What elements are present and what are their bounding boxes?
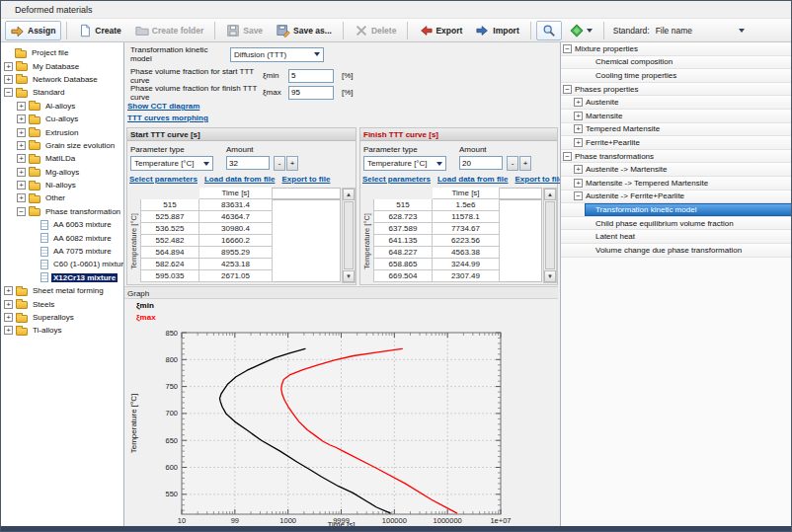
temperature-cell[interactable]: 669.504: [373, 270, 433, 282]
temperature-cell[interactable]: 525.887: [140, 211, 199, 223]
fraction-start-input[interactable]: [288, 69, 334, 83]
collapse-minus-icon[interactable]: −: [563, 152, 572, 161]
expand-plus-icon[interactable]: +: [17, 193, 26, 202]
time-cell[interactable]: 4563.38: [433, 247, 500, 259]
expand-plus-icon[interactable]: +: [17, 141, 26, 150]
temperature-cell[interactable]: 637.589: [373, 223, 433, 235]
amount-input[interactable]: [459, 156, 503, 170]
time-cell[interactable]: 11578.1: [433, 211, 500, 223]
time-cell[interactable]: 83631.4: [199, 199, 273, 211]
scroll-down-icon[interactable]: ▼: [343, 270, 355, 282]
property-item-martensite[interactable]: +Martensite: [561, 110, 792, 123]
amount-plus-button[interactable]: +: [286, 156, 298, 171]
temperature-cell[interactable]: 515: [140, 199, 199, 211]
tree-item-phase-transformation[interactable]: −Phase transformation: [1, 205, 123, 218]
collapse-minus-icon[interactable]: −: [17, 207, 26, 216]
export-button[interactable]: Export: [413, 21, 468, 40]
time-cell[interactable]: 16660.2: [199, 235, 273, 247]
temperature-cell[interactable]: 552.482: [140, 235, 199, 247]
expand-plus-icon[interactable]: +: [574, 165, 583, 174]
show-cct-diagram-link[interactable]: Show CCT diagram: [127, 102, 199, 111]
property-item-austenite-martensite[interactable]: +Austenite -> Martensite: [561, 163, 792, 177]
tree-item-aa-6082-mixture[interactable]: AA 6082 mixture: [1, 231, 123, 244]
tree-item-ti-alloys[interactable]: +Ti-alloys: [1, 324, 123, 337]
tree-item-x12cr13-mixture[interactable]: X12Cr13 mixture: [1, 271, 123, 284]
time-cell[interactable]: 4253.18: [199, 259, 273, 270]
property-item-latent-heat[interactable]: Latent heat: [561, 230, 792, 244]
table-scrollbar[interactable]: ▲▼: [543, 188, 557, 283]
import-button[interactable]: Import: [470, 21, 524, 40]
property-item-martensite-tempered-martensite[interactable]: +Martensite -> Tempered Martensite: [561, 177, 792, 190]
tree-item-mg-alloys[interactable]: +Mg-alloys: [1, 166, 123, 179]
collapse-minus-icon[interactable]: −: [574, 191, 583, 200]
temperature-cell[interactable]: 564.894: [140, 247, 199, 259]
amount-minus-button[interactable]: -: [274, 156, 285, 171]
time-cell[interactable]: 2307.49: [433, 270, 500, 282]
tree-item-other[interactable]: +Other: [1, 191, 123, 204]
amount-plus-button[interactable]: +: [519, 156, 531, 171]
parameter-type-dropdown[interactable]: Temperature [°C]: [363, 156, 446, 171]
load-data-from-file-link[interactable]: Load data from file: [204, 175, 276, 184]
create-folder-button[interactable]: Create folder: [129, 21, 209, 40]
temperature-cell[interactable]: 628.723: [373, 211, 433, 223]
expand-plus-icon[interactable]: +: [4, 300, 13, 309]
scroll-down-icon[interactable]: ▼: [544, 270, 556, 282]
property-item-volume-change-due-phase-transformation[interactable]: Volume change due phase transformation: [561, 244, 792, 258]
fraction-finish-input[interactable]: [288, 86, 334, 100]
property-item-austenite-ferrite-pearlite[interactable]: −Austenite -> Ferrite+Pearlite: [561, 190, 792, 204]
amount-minus-button[interactable]: -: [507, 156, 518, 171]
expand-plus-icon[interactable]: +: [17, 181, 26, 190]
expand-plus-icon[interactable]: +: [17, 154, 26, 163]
expand-plus-icon[interactable]: +: [4, 286, 13, 295]
expand-plus-icon[interactable]: +: [574, 179, 583, 188]
property-item-chemical-composition[interactable]: Chemical composition: [561, 56, 792, 70]
tree-item-al-alloys[interactable]: +Al-alloys: [1, 100, 123, 113]
property-item-mixture-properties[interactable]: −Mixture properties: [561, 42, 792, 56]
expand-plus-icon[interactable]: +: [574, 138, 583, 147]
create-button[interactable]: Create: [72, 21, 126, 40]
property-item-tempered-martensite[interactable]: +Tempered Martensite: [561, 123, 792, 137]
kinetic-model-dropdown[interactable]: Diffusion (TTT): [230, 47, 324, 62]
expand-plus-icon[interactable]: +: [17, 102, 26, 111]
property-item-austenite[interactable]: +Austenite: [561, 96, 792, 110]
load-data-from-file-link[interactable]: Load data from file: [437, 175, 509, 184]
tree-item-network-database[interactable]: +Network Database: [1, 73, 123, 86]
amount-input[interactable]: [226, 156, 270, 170]
temperature-cell[interactable]: 515: [373, 199, 433, 211]
expand-plus-icon[interactable]: +: [574, 98, 583, 107]
temperature-cell[interactable]: 582.624: [140, 259, 199, 270]
time-cell[interactable]: 3244.99: [433, 259, 500, 270]
expand-plus-icon[interactable]: +: [17, 128, 26, 137]
select-parameters-link[interactable]: Select parameters: [129, 175, 198, 184]
expand-plus-icon[interactable]: +: [4, 326, 13, 335]
time-cell[interactable]: 2671.05: [199, 270, 273, 282]
save-as-button[interactable]: Save as...: [271, 21, 338, 40]
expand-plus-icon[interactable]: +: [4, 313, 13, 322]
temperature-cell[interactable]: 658.865: [373, 259, 433, 270]
property-item-cooling-time-properties[interactable]: Cooling time properties: [561, 69, 792, 83]
titlebar[interactable]: Deformed materials: [1, 1, 791, 19]
export-to-file-link[interactable]: Export to file: [282, 175, 331, 184]
temperature-cell[interactable]: 595.035: [140, 270, 199, 282]
expand-plus-icon[interactable]: +: [4, 75, 13, 84]
expand-plus-icon[interactable]: +: [574, 112, 583, 120]
package-dropdown-button[interactable]: [564, 21, 598, 40]
table-scrollbar[interactable]: ▲▼: [342, 188, 356, 283]
expand-plus-icon[interactable]: +: [574, 124, 583, 133]
search-button[interactable]: [536, 21, 562, 40]
scroll-up-icon[interactable]: ▲: [343, 189, 355, 200]
tree-item-aa-7075-mixture[interactable]: AA 7075 mixture: [1, 245, 123, 258]
property-item-child-phase-equilibrium-volume-fraction[interactable]: Child phase equilibrium volume fraction: [561, 217, 792, 231]
delete-button[interactable]: Delete: [349, 21, 403, 40]
tree-item-project-file[interactable]: Project file: [1, 46, 123, 59]
collapse-minus-icon[interactable]: −: [563, 44, 572, 53]
temperature-cell[interactable]: 648.227: [373, 247, 433, 259]
save-button[interactable]: Save: [220, 21, 269, 40]
tree-item-sheet-metal-forming[interactable]: +Sheet metal forming: [1, 284, 123, 297]
time-cell[interactable]: 1.5e6: [433, 199, 500, 211]
expand-plus-icon[interactable]: +: [17, 168, 26, 177]
property-item-phases-properties[interactable]: −Phases properties: [561, 83, 792, 97]
tree-item-cu-alloys[interactable]: +Cu-alloys: [1, 113, 123, 125]
scrollbar-thumb[interactable]: [344, 201, 354, 269]
collapse-minus-icon[interactable]: −: [4, 88, 13, 97]
